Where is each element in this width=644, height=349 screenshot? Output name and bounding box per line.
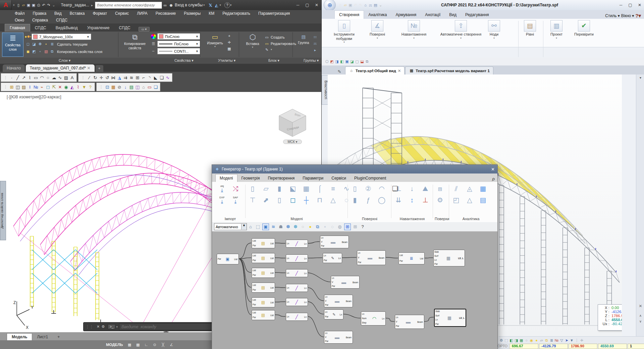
generator-tab-PluginComponent[interactable]: PluginComponent bbox=[350, 174, 390, 182]
output-port-List[interactable]: List bbox=[270, 287, 275, 289]
gen-render-muffin-icon[interactable]: ☗ bbox=[278, 224, 284, 230]
spds-node-cut-icon[interactable]: ✕ bbox=[57, 84, 63, 90]
layer-palette-tab[interactable]: Диспетчер свойств слоев bbox=[0, 181, 6, 240]
port-Ln[interactable]: Ln bbox=[362, 313, 367, 315]
sp-qat-home-render-icon[interactable]: ⌂ bbox=[363, 3, 368, 8]
layout-tab-+[interactable]: + bbox=[53, 334, 64, 340]
tool-load-line[interactable]: ⊥ bbox=[420, 195, 431, 205]
sapfir-button-Автоматичне створення[interactable]: ⇪Автоматичне створення▾ bbox=[439, 20, 483, 40]
ribbon-tab-СПДС[interactable]: СПДС bbox=[30, 24, 51, 32]
output-port-Beam[interactable]: Beam bbox=[379, 257, 385, 259]
spds-text-style-icon[interactable]: I bbox=[27, 84, 33, 90]
sp-qat-open-icon[interactable]: ▱ bbox=[343, 3, 348, 8]
draw-polyline-icon[interactable]: ⌇ bbox=[27, 74, 33, 81]
close-button[interactable]: ✕ bbox=[635, 3, 644, 7]
port-Par[interactable]: Par bbox=[253, 289, 256, 291]
btool-flip-right-icon[interactable]: ◨ bbox=[514, 338, 519, 343]
node-pen[interactable]: LnPar✎Ln bbox=[323, 253, 342, 263]
measure-button[interactable]: ▭ Измерить ▾ bbox=[205, 33, 225, 48]
status-osnap-icon[interactable]: ╳ bbox=[161, 342, 166, 347]
port-V[interactable]: V bbox=[321, 241, 324, 243]
tool-panel[interactable]: ▯ bbox=[350, 183, 360, 194]
draw-point-icon[interactable]: · bbox=[9, 74, 15, 81]
draw-rectangle-icon[interactable]: ▭ bbox=[33, 74, 39, 81]
menu-Справка[interactable]: Справка bbox=[28, 17, 52, 23]
menu-Стиль[interactable]: Стиль ▾ bbox=[605, 13, 620, 18]
spds-hatch-wall-icon[interactable]: ▨ bbox=[21, 84, 27, 90]
status-ortho-icon[interactable]: ∟ bbox=[144, 342, 149, 347]
gen-freeze-drops-icon[interactable]: ❆ bbox=[292, 224, 299, 230]
group-button[interactable]: ⧈ Группа bbox=[295, 33, 312, 45]
draw-circle-icon[interactable]: ○ bbox=[45, 74, 51, 81]
node-beam[interactable]: LnVPar▬Beam bbox=[324, 331, 353, 344]
draw-text-icon[interactable]: A bbox=[69, 74, 75, 81]
spds-save-sheet-icon[interactable]: ▼ bbox=[81, 84, 87, 90]
spds-sheet-note-icon[interactable]: ▤ bbox=[128, 84, 135, 90]
port-Ln[interactable]: Ln bbox=[287, 242, 289, 245]
generator-close-button[interactable]: ✕ bbox=[491, 167, 495, 172]
signin-caret-icon[interactable]: ▾ bbox=[203, 3, 205, 7]
output-port-Ln[interactable]: Ln bbox=[304, 257, 308, 260]
output-port-List[interactable]: List bbox=[420, 257, 424, 260]
btool-cube-bulb-icon[interactable]: ▱ bbox=[539, 338, 544, 343]
tool-f-surface[interactable]: ƒ bbox=[363, 195, 374, 205]
btool-table-filter-icon[interactable]: ▼ bbox=[569, 338, 574, 343]
btool-move-cross-icon[interactable]: ✛ bbox=[579, 338, 584, 343]
util-quick-calc-icon[interactable]: ⌖ bbox=[227, 34, 232, 39]
view-cube-plain-icon[interactable]: ▢ bbox=[355, 59, 360, 64]
spds-section-circle-icon[interactable]: ⊘ bbox=[116, 84, 122, 90]
btool-copy-gear-icon[interactable]: ⚙ bbox=[499, 338, 504, 343]
node-list[interactable]: ListPar▤List bbox=[252, 310, 275, 320]
node-ldl[interactable]: SlabSurfLnPar▦LD_L bbox=[433, 250, 465, 266]
maximize-button[interactable]: ▢ bbox=[626, 3, 635, 7]
menu-Правка[interactable]: Правка bbox=[29, 10, 51, 17]
menu-Вид[interactable]: Вид bbox=[50, 10, 66, 17]
pin-icon[interactable]: ⚲ bbox=[492, 177, 497, 182]
group-group-create-icon[interactable]: ⚏ bbox=[313, 34, 318, 39]
node-beam[interactable]: LnVPar▬Beam bbox=[357, 250, 386, 265]
output-port-List[interactable]: List bbox=[270, 242, 275, 245]
btool-bulb-on-icon[interactable]: ● bbox=[534, 338, 539, 343]
panel-label-Утилиты[interactable]: Утилиты ▾ bbox=[218, 58, 235, 63]
viewcube[interactable]: Спереди Верх МСК ▾ bbox=[276, 107, 309, 144]
port-Par[interactable]: Par bbox=[253, 316, 256, 319]
view-cube-green-back-icon[interactable]: ◪ bbox=[350, 59, 355, 64]
tool-slab[interactable]: ▱ bbox=[261, 183, 271, 194]
output-port-Ln[interactable]: Ln bbox=[340, 313, 343, 316]
gen-render-view-icon[interactable]: ▣ bbox=[262, 223, 269, 230]
pencil-icon[interactable]: ✎ bbox=[336, 68, 342, 74]
sapfir-button-Перевірити[interactable]: ✔Перевірити bbox=[570, 20, 598, 37]
spds-weld-icon[interactable]: ⌁ bbox=[39, 84, 45, 90]
port-Par[interactable]: Par bbox=[253, 274, 256, 277]
output-port-Ln[interactable]: Ln bbox=[304, 243, 308, 245]
port-Surf[interactable]: Surf bbox=[435, 314, 440, 317]
port-Par[interactable]: Par bbox=[321, 245, 324, 247]
layer-properties-button[interactable]: ≣ Свойства слоя bbox=[2, 33, 23, 57]
qat-save-icon[interactable]: ▣ bbox=[26, 3, 31, 8]
create-block-button[interactable]: Создать bbox=[271, 34, 285, 41]
mod-symmetry-icon[interactable]: ⋈ bbox=[110, 74, 116, 81]
qat-new-icon[interactable]: ▯ bbox=[16, 3, 21, 8]
btool-dots-split-icon[interactable]: ⋮ bbox=[574, 338, 579, 343]
mod-spline-edit-icon[interactable]: ∿ bbox=[165, 74, 171, 81]
port-Surf[interactable]: Surf bbox=[434, 255, 439, 257]
group-group-sel-icon[interactable]: ▸ bbox=[313, 48, 318, 53]
gen-sel-hide-icon[interactable]: ◌ bbox=[329, 224, 335, 230]
ribbon-tab-Управление[interactable]: Управление bbox=[83, 24, 114, 32]
btool-table-grid-icon[interactable]: ▦ bbox=[519, 338, 524, 343]
layer-layer-lock-icon[interactable]: ▪ bbox=[44, 42, 49, 47]
tool-load-down[interactable]: ⇊ bbox=[393, 195, 404, 205]
tool-ramp[interactable]: ⬕ bbox=[287, 183, 298, 194]
layer-layer-off-icon[interactable]: ◻ bbox=[25, 42, 31, 47]
port-Slab[interactable]: Slab bbox=[434, 251, 439, 253]
gen-db-stack-icon[interactable]: ≋ bbox=[270, 224, 276, 230]
node-arc[interactable]: LnNumStep◠Ln bbox=[361, 311, 386, 326]
btool-select-box-icon[interactable]: ⬚ bbox=[504, 338, 509, 343]
node-merge[interactable]: ListPar≣List bbox=[398, 252, 425, 264]
generator-tab-Сервіси[interactable]: Сервіси bbox=[327, 174, 350, 182]
spds-export-icon[interactable]: ⇱ bbox=[51, 84, 57, 90]
gen-layout-grid-on-icon[interactable]: ⊞ bbox=[344, 223, 351, 230]
panel-label-Блок[interactable]: Блок ▾ bbox=[268, 58, 279, 63]
port-Ln[interactable]: Ln bbox=[321, 237, 324, 239]
view-cube-iso-icon[interactable]: ⬡ bbox=[324, 59, 329, 64]
